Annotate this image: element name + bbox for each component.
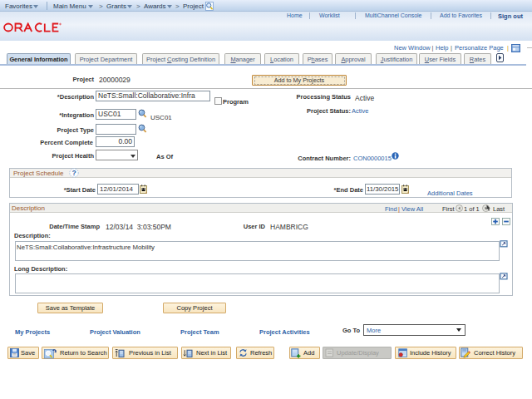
svg-text:?: ?: [71, 169, 76, 177]
